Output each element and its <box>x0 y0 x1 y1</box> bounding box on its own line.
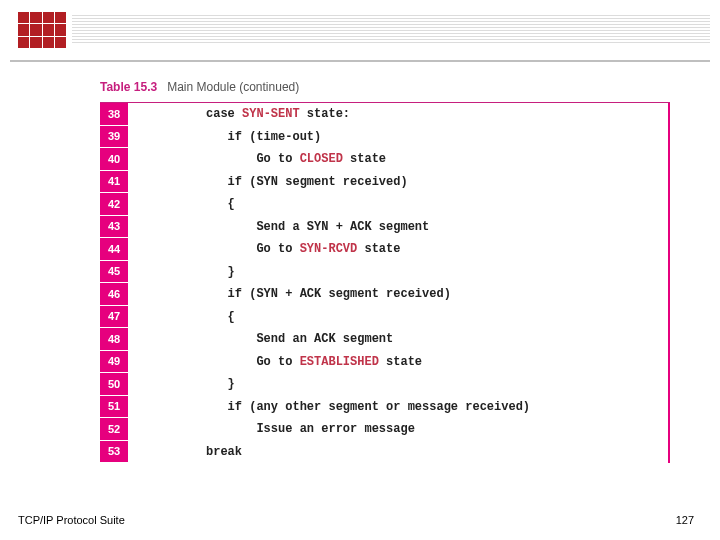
line-number: 43 <box>100 216 128 239</box>
code-row: 47 { <box>100 306 670 329</box>
line-number: 40 <box>100 148 128 171</box>
code-row: 51 if (any other segment or message rece… <box>100 396 670 419</box>
logo-grid-icon <box>18 12 66 48</box>
line-number: 52 <box>100 418 128 441</box>
line-number: 51 <box>100 396 128 419</box>
code-row: 44 Go to SYN-RCVD state <box>100 238 670 261</box>
row-divider <box>668 126 670 149</box>
header-rule <box>10 60 710 62</box>
content-area: Table 15.3 Main Module (continued) 38 ca… <box>100 80 670 463</box>
page-number: 127 <box>676 514 694 526</box>
row-divider <box>668 283 670 306</box>
code-text: if (SYN segment received) <box>128 175 668 189</box>
line-number: 53 <box>100 441 128 464</box>
code-row: 39 if (time-out) <box>100 126 670 149</box>
table-caption: Table 15.3 Main Module (continued) <box>100 80 670 94</box>
code-text: Go to CLOSED state <box>128 152 668 166</box>
line-number: 49 <box>100 351 128 374</box>
code-text: break <box>128 445 668 459</box>
code-text: if (SYN + ACK segment received) <box>128 287 668 301</box>
row-divider <box>668 238 670 261</box>
code-text: if (time-out) <box>128 130 668 144</box>
code-text: case SYN-SENT state: <box>128 107 668 121</box>
row-divider <box>668 261 670 284</box>
row-divider <box>668 441 670 464</box>
code-listing: 38 case SYN-SENT state:39 if (time-out)4… <box>100 102 670 463</box>
code-text: { <box>128 310 668 324</box>
code-row: 40 Go to CLOSED state <box>100 148 670 171</box>
line-number: 39 <box>100 126 128 149</box>
row-divider <box>668 306 670 329</box>
code-text: Go to ESTABLISHED state <box>128 355 668 369</box>
state-keyword: SYN-SENT <box>242 107 300 121</box>
code-text: Send an ACK segment <box>128 332 668 346</box>
code-row: 48 Send an ACK segment <box>100 328 670 351</box>
table-number: Table 15.3 <box>100 80 157 94</box>
row-divider <box>668 171 670 194</box>
row-divider <box>668 351 670 374</box>
code-text: Go to SYN-RCVD state <box>128 242 668 256</box>
footer-title: TCP/IP Protocol Suite <box>18 514 125 526</box>
code-text: if (any other segment or message receive… <box>128 400 668 414</box>
code-row: 42 { <box>100 193 670 216</box>
code-row: 46 if (SYN + ACK segment received) <box>100 283 670 306</box>
line-number: 47 <box>100 306 128 329</box>
row-divider <box>668 396 670 419</box>
code-row: 52 Issue an error message <box>100 418 670 441</box>
code-text: Issue an error message <box>128 422 668 436</box>
code-row: 41 if (SYN segment received) <box>100 171 670 194</box>
code-row: 50 } <box>100 373 670 396</box>
code-row: 38 case SYN-SENT state: <box>100 103 670 126</box>
state-keyword: SYN-RCVD <box>300 242 358 256</box>
table-description: Main Module (continued) <box>167 80 299 94</box>
header-stripes <box>72 15 710 43</box>
row-divider <box>668 328 670 351</box>
line-number: 48 <box>100 328 128 351</box>
code-row: 53 break <box>100 441 670 464</box>
code-text: } <box>128 377 668 391</box>
code-text: Send a SYN + ACK segment <box>128 220 668 234</box>
state-keyword: ESTABLISHED <box>300 355 379 369</box>
code-row: 43 Send a SYN + ACK segment <box>100 216 670 239</box>
row-divider <box>668 373 670 396</box>
line-number: 46 <box>100 283 128 306</box>
slide-header <box>0 0 720 64</box>
code-text: { <box>128 197 668 211</box>
row-divider <box>668 193 670 216</box>
line-number: 44 <box>100 238 128 261</box>
row-divider <box>668 418 670 441</box>
row-divider <box>668 103 670 126</box>
state-keyword: CLOSED <box>300 152 343 166</box>
line-number: 50 <box>100 373 128 396</box>
code-row: 49 Go to ESTABLISHED state <box>100 351 670 374</box>
row-divider <box>668 216 670 239</box>
line-number: 45 <box>100 261 128 284</box>
line-number: 42 <box>100 193 128 216</box>
line-number: 38 <box>100 103 128 126</box>
code-row: 45 } <box>100 261 670 284</box>
code-text: } <box>128 265 668 279</box>
slide-footer: TCP/IP Protocol Suite 127 <box>18 514 694 526</box>
row-divider <box>668 148 670 171</box>
line-number: 41 <box>100 171 128 194</box>
